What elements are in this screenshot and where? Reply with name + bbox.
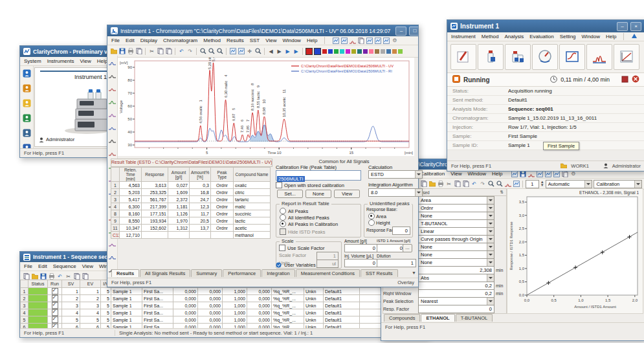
chromatogram-titlebar[interactable]: Instrument 1 - Chromatogram "C:\ClarityC… <box>107 25 418 36</box>
menu-item-help[interactable]: Help <box>606 34 616 39</box>
cell[interactable] <box>168 232 190 239</box>
type-cell[interactable]: Unkn <box>304 302 324 309</box>
cell[interactable]: 6,300 <box>120 203 142 210</box>
baseline-icon[interactable] <box>109 122 116 133</box>
chromatogram-plot[interactable]: 3040506070809051015[mV]VoltageTime[min]4… <box>118 58 414 156</box>
result-row[interactable]: 46,300217,3991,18112,3Ordnrmalic <box>111 203 271 210</box>
menu-item-file[interactable]: File <box>24 263 32 269</box>
run-checkbox[interactable] <box>48 302 62 309</box>
cell[interactable]: 561,767 <box>142 196 168 203</box>
result-row[interactable]: 1110,347152,6021,31213,7Ordnracetic <box>111 225 271 232</box>
property-select[interactable]: Abs <box>418 274 494 282</box>
bottles-button[interactable] <box>505 44 531 70</box>
property-row[interactable]: Peak SelectionNearest <box>383 297 506 305</box>
overlay-color-10[interactable] <box>363 49 368 54</box>
overlay-color-16[interactable] <box>398 49 403 54</box>
amount-cell[interactable]: 0,000 <box>173 288 198 295</box>
end-icon[interactable]: ▶ <box>293 48 300 55</box>
overlay-color-4[interactable] <box>328 49 333 54</box>
spinner-arrows-icon[interactable]: ▲▼ <box>540 181 544 187</box>
abort-button[interactable] <box>632 74 639 85</box>
report-icon[interactable] <box>357 37 364 44</box>
inj_volume-cell[interactable]: 0,000 <box>247 295 272 302</box>
more-button[interactable]: ... <box>403 244 412 252</box>
inj_volume-cell[interactable]: 0,000 <box>247 309 272 316</box>
menu-item-results[interactable]: Results <box>227 38 244 43</box>
sample_id-cell[interactable]: Sample 1 <box>111 288 142 295</box>
inj-volume-input[interactable]: 0 <box>344 259 378 267</box>
cell[interactable]: 20,5 <box>190 217 211 225</box>
sv-cell[interactable]: 3 <box>62 302 80 309</box>
cell[interactable]: 3,613 <box>142 182 168 189</box>
view-select[interactable]: Calibration <box>594 180 642 188</box>
cell[interactable]: 100,0 <box>190 239 211 239</box>
method-setup-icon[interactable] <box>332 37 339 44</box>
amount-cell[interactable]: 0,000 <box>173 302 198 309</box>
dilution-cell[interactable]: 1,000 <box>223 316 247 324</box>
sv-cell[interactable]: 5 <box>62 316 80 324</box>
menu-item-view[interactable]: View <box>82 263 93 269</box>
overlay-color-1[interactable] <box>305 48 313 55</box>
user-icon[interactable] <box>23 69 31 80</box>
redo-icon[interactable]: ↷ <box>479 181 486 188</box>
all-peaks-radio[interactable]: All Peaks <box>280 208 308 214</box>
zoom-all-icon[interactable] <box>254 48 261 55</box>
copy-icon[interactable] <box>157 48 164 55</box>
cell[interactable]: 16,8 <box>190 189 211 196</box>
integration-select[interactable]: 8.0 <box>368 188 423 197</box>
undo-icon[interactable]: ↶ <box>471 181 478 188</box>
minimize-button[interactable]: – <box>617 22 628 31</box>
cell[interactable]: 152,602 <box>142 225 168 232</box>
cell[interactable]: 2,372 <box>168 196 190 203</box>
close-button[interactable]: × <box>630 22 641 31</box>
preview-icon[interactable] <box>135 48 142 55</box>
sequence-row[interactable]: 5555Sample 1First Sa...0,0000,0001,0000,… <box>21 316 416 324</box>
column-header[interactable] <box>111 168 120 182</box>
method-cell[interactable]: Default1 <box>324 295 360 302</box>
cell[interactable]: 1,181 <box>168 203 190 210</box>
iv-cell[interactable]: 5 <box>101 302 111 309</box>
menu-item-edit[interactable]: Edit <box>38 263 47 269</box>
menu-item-calibration[interactable]: Calibration <box>420 171 445 177</box>
sample-cell[interactable]: First Sa... <box>142 302 173 309</box>
cell[interactable]: 1,609 <box>168 189 190 196</box>
cell[interactable]: 9 <box>111 217 120 225</box>
cell[interactable]: Ordnr <box>211 217 234 225</box>
prev-icon[interactable]: ◀ <box>267 48 274 55</box>
view-button[interactable]: View <box>334 190 360 198</box>
menu-item-instruments[interactable]: Instruments <box>47 58 74 64</box>
cell[interactable]: Ordnr <box>211 182 234 189</box>
sequence-row[interactable]: 3335Sample 1First Sa...0,0000,0001,0000,… <box>21 302 416 309</box>
iv-cell[interactable]: 5 <box>101 309 111 316</box>
istd_amount-cell[interactable]: 0,000 <box>198 302 223 309</box>
column-header[interactable]: Amount [g/l] <box>168 168 190 182</box>
column-header[interactable] <box>21 280 28 288</box>
dilution-cell[interactable]: 1,000 <box>223 309 247 316</box>
cell[interactable]: tartaric <box>234 196 271 203</box>
zoom-icon[interactable] <box>199 48 206 55</box>
valley-icon[interactable] <box>109 135 116 146</box>
mode-select[interactable]: Automatic <box>546 180 593 188</box>
cell[interactable]: 4,563 <box>120 182 142 189</box>
inj_volume-cell[interactable]: 0,000 <box>247 302 272 309</box>
cell[interactable]: 3 <box>111 196 120 203</box>
curve-icon[interactable] <box>504 181 511 188</box>
menu-item-window[interactable]: Window <box>467 171 485 177</box>
set-button[interactable]: Set... <box>277 190 303 198</box>
tab-ethanol[interactable]: ETHANOL <box>421 314 454 322</box>
sample-cell[interactable]: First Sa... <box>142 309 173 316</box>
overlay-color-6[interactable] <box>340 49 344 54</box>
overlay-color-11[interactable] <box>369 49 373 54</box>
run-checkbox[interactable] <box>48 316 62 324</box>
use-scale-checkbox[interactable]: Use Scale Factor <box>279 245 325 251</box>
sequence-row[interactable]: 1115Sample 1First Sa...0,0000,0001,0000,… <box>21 288 416 295</box>
iv-cell[interactable]: 5 <box>101 288 111 295</box>
type-cell[interactable]: Unkn <box>304 309 324 316</box>
cut-icon[interactable]: ✂ <box>65 273 72 280</box>
sample-cell[interactable]: First Sa... <box>142 288 173 295</box>
type-cell[interactable]: Unkn <box>304 295 324 302</box>
next-icon[interactable]: ▶ <box>276 48 283 55</box>
height-radio[interactable]: Height <box>368 219 390 226</box>
column-header[interactable]: Run <box>48 280 62 288</box>
result-row[interactable]: 98,550193,9341,97020,5Ordnrlactic <box>111 217 271 225</box>
